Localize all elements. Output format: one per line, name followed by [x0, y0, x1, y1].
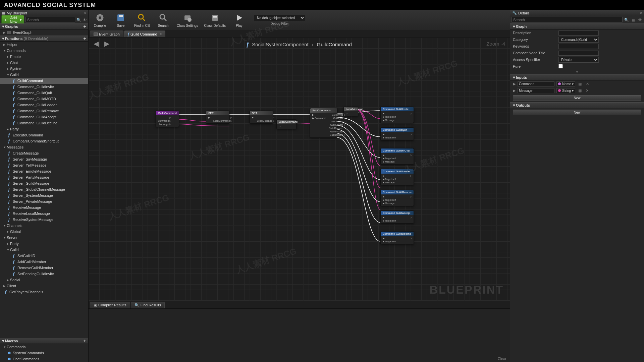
- find-in-cb-button[interactable]: Find in CB: [133, 11, 151, 29]
- graph-node[interactable]: Command GuildLeader▶ ▶ Target self▶ Mess…: [380, 169, 414, 185]
- close-icon[interactable]: ×: [160, 32, 162, 36]
- tree-item[interactable]: ▶Social: [0, 277, 88, 283]
- tree-item[interactable]: fSetGuildID: [0, 253, 88, 259]
- graph-node[interactable]: GuildCommand ▷Command ▷Message ▷: [156, 111, 179, 127]
- graph-node[interactable]: LocalCommand ▷: [276, 119, 297, 129]
- close-icon[interactable]: ×: [640, 11, 642, 15]
- graph-canvas[interactable]: ◀ ▶ f SocialSystemComponent › GuildComma…: [89, 38, 510, 301]
- tree-item[interactable]: fServer_YellMessage: [0, 162, 88, 168]
- tab-guild-command[interactable]: fGuild Command×: [124, 31, 166, 37]
- section-macros[interactable]: ▼ Macros ＋: [0, 338, 88, 344]
- tree-item[interactable]: ▶Party: [0, 126, 88, 132]
- tab-compiler-results[interactable]: ▣Compiler Results: [90, 302, 130, 308]
- access-select[interactable]: Private: [558, 57, 599, 63]
- grid-icon[interactable]: ▦: [577, 88, 583, 93]
- class-defaults-button[interactable]: Class Defaults: [203, 11, 227, 29]
- save-button[interactable]: Save: [112, 11, 129, 29]
- tree-item[interactable]: ▼Commands: [0, 48, 88, 54]
- tree-item[interactable]: ▶Emote: [0, 54, 88, 60]
- section-graphs[interactable]: ▼ Graphs ＋: [0, 23, 88, 29]
- graph-node[interactable]: Command GuildMOTD▶ ▶ Target self▶ Messag…: [380, 148, 414, 165]
- add-graph-button[interactable]: ＋: [83, 23, 87, 29]
- section-functions[interactable]: ▼ Functions (9 Overridable) ＋: [0, 36, 88, 42]
- view-matrix-icon[interactable]: ▦: [631, 17, 636, 22]
- tree-item[interactable]: fServer_GuildMessage: [0, 180, 88, 186]
- eye-icon[interactable]: 👁: [83, 17, 87, 22]
- graph-node[interactable]: Command GuildQuit▶ ▶ Target self ▷: [380, 127, 414, 140]
- nav-forward-button[interactable]: ▶: [103, 40, 111, 48]
- search-button[interactable]: Search: [155, 11, 172, 29]
- tree-item[interactable]: ▶Global: [0, 229, 88, 235]
- graph-node[interactable]: Command GuildDecline▶ ▶ Target self ▷: [380, 231, 414, 244]
- tree-item[interactable]: fCreateMessage: [0, 150, 88, 156]
- delete-icon[interactable]: ✕: [585, 81, 590, 86]
- add-new-button[interactable]: ＋ Add New ▾: [1, 15, 24, 24]
- debug-object-select[interactable]: No debug object selected: [254, 15, 305, 21]
- tree-item[interactable]: fReceiveSystemMessage: [0, 217, 88, 223]
- eye-icon[interactable]: 👁: [637, 17, 643, 22]
- expand-icon[interactable]: ▼: [510, 70, 644, 74]
- my-blueprint-search-input[interactable]: [25, 17, 75, 23]
- tree-item[interactable]: ▶Helper: [0, 42, 88, 48]
- details-tab[interactable]: 🔧 Details ×: [510, 10, 644, 16]
- tree-item[interactable]: fGetPlayersChannels: [0, 289, 88, 295]
- category-select[interactable]: Commands|Guild: [558, 37, 599, 43]
- tree-item[interactable]: ✱ChatCommands: [0, 356, 88, 362]
- pure-checkbox[interactable]: [558, 64, 563, 68]
- compact-title-input[interactable]: [558, 51, 599, 56]
- tree-item[interactable]: ✱SystemCommands: [0, 350, 88, 356]
- tree-item[interactable]: fCommand_GuildRemove: [0, 108, 88, 114]
- delete-icon[interactable]: ✕: [585, 88, 590, 93]
- tree-item[interactable]: fReceiveLocalMessage: [0, 210, 88, 217]
- tree-item[interactable]: fServer_EmoteMessage: [0, 168, 88, 174]
- tree-item[interactable]: fAddGuildMember: [0, 259, 88, 265]
- tree-item[interactable]: fSetPendingGuildInvite: [0, 271, 88, 277]
- section-outputs[interactable]: ▼ Outputs: [510, 102, 644, 108]
- graph-node[interactable]: SET▶ ▷LocalCommand ▷: [206, 111, 229, 124]
- tree-item[interactable]: ▼Guild: [0, 247, 88, 253]
- nav-back-button[interactable]: ◀: [92, 40, 100, 48]
- tree-item[interactable]: fServer_GlobalChannelMessage: [0, 186, 88, 192]
- tree-item[interactable]: ▼Channels: [0, 223, 88, 229]
- tab-event-graph[interactable]: Event Graph: [90, 31, 123, 37]
- input-type-select[interactable]: Name ▾: [556, 81, 575, 86]
- tree-item[interactable]: ▶Client: [0, 283, 88, 289]
- tree-item[interactable]: fServer_SystemMessage: [0, 192, 88, 198]
- tree-item[interactable]: fCommand_GuildQuit: [0, 90, 88, 96]
- new-output-button[interactable]: New: [513, 110, 641, 115]
- tree-item[interactable]: fCommand_GuildLeader: [0, 102, 88, 108]
- tree-item[interactable]: fCommand_GuildInvite: [0, 84, 88, 90]
- new-input-button[interactable]: New: [513, 95, 641, 101]
- tab-find-results[interactable]: 🔍Find Results: [131, 302, 165, 308]
- compile-button[interactable]: Compile: [91, 11, 109, 29]
- section-inputs[interactable]: ▼ Inputs: [510, 74, 644, 80]
- tree-item[interactable]: fServer_SayMessage: [0, 156, 88, 162]
- input-type-select[interactable]: String ▾: [556, 88, 575, 93]
- breadcrumb-child[interactable]: GuildCommand: [317, 42, 352, 47]
- tree-item[interactable]: fCommand_GuildDecline: [0, 120, 88, 126]
- graph-node[interactable]: LocalMessage ▷: [343, 107, 358, 116]
- tree-item-eventgraph[interactable]: ▶EventGraph: [0, 29, 88, 36]
- add-function-button[interactable]: ＋: [83, 36, 87, 42]
- section-graph[interactable]: ▼ Graph: [510, 23, 644, 29]
- class-settings-button[interactable]: Class Settings: [175, 11, 200, 29]
- tree-item[interactable]: ▶System: [0, 66, 88, 72]
- close-icon[interactable]: ×: [84, 11, 86, 15]
- add-macro-button[interactable]: ＋: [83, 338, 87, 344]
- tree-item[interactable]: fServer_PrivateMessage: [0, 198, 88, 204]
- tree-item[interactable]: fRemoveGuildMember: [0, 265, 88, 271]
- breadcrumb-parent[interactable]: SocialSystemComponent: [252, 42, 308, 47]
- tree-item[interactable]: fGuildCommand: [0, 78, 88, 84]
- tree-item[interactable]: fCompareCommandShortcut: [0, 138, 88, 144]
- graph-node[interactable]: SubCommands▶ ▶ CommandGuildInvite ▷Guild…: [310, 108, 337, 138]
- graph-node[interactable]: SET▶ ▷LocalMessage ▷: [250, 111, 273, 124]
- tree-item[interactable]: fServer_PartyMessage: [0, 174, 88, 180]
- graph-node[interactable]: Command GuildRemove▶ ▶ Target self▶ Mess…: [380, 190, 414, 206]
- grid-icon[interactable]: ▦: [577, 81, 583, 86]
- search-icon[interactable]: 🔍: [624, 17, 629, 22]
- tree-item[interactable]: fCommand_GuildAccept: [0, 114, 88, 120]
- clear-button[interactable]: Clear: [498, 357, 506, 361]
- details-search-input[interactable]: [512, 17, 623, 23]
- graph-node[interactable]: Command GuildAccept▶ ▶ Target self ▷: [380, 210, 414, 224]
- tree-item[interactable]: ▶Chat: [0, 60, 88, 66]
